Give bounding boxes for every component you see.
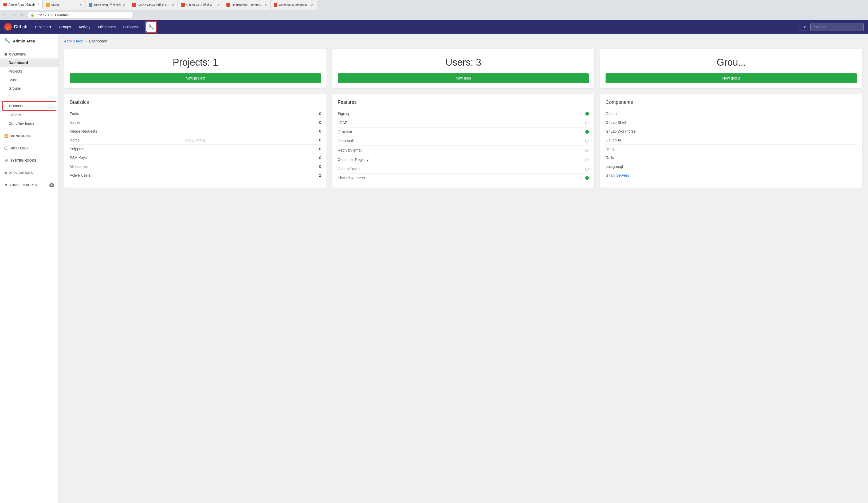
tab-ci[interactable]: Continuous Integratio... ✕: [270, 0, 317, 10]
feature-row-signup: Sign up: [338, 109, 589, 118]
reload-button[interactable]: ↻: [19, 11, 25, 19]
tab-gitlab-admin[interactable]: Admin Area · GitLab ✕: [0, 0, 43, 10]
stat-row-merge-requests: Merge Requests 0: [70, 127, 321, 136]
tab-close-cicd-quick[interactable]: ✕: [217, 3, 220, 7]
components-rows: GitLab GitLab Shell GitLab Workhorse Git…: [606, 109, 857, 180]
stat-label-issues: Issues: [70, 120, 80, 125]
components-card: Components GitLab GitLab Shell GitLab Wo…: [600, 94, 862, 188]
sidebar-item-dashboard[interactable]: Dashboard: [0, 59, 59, 67]
component-label-postgresql: postgresql: [606, 164, 623, 169]
new-project-button[interactable]: New project: [70, 73, 321, 83]
sidebar-section-overview: ⊞ Overview Dashboard Projects Users Grou…: [0, 48, 59, 130]
sidebar-section-applications-title[interactable]: ⊞ Applications: [0, 169, 59, 177]
sidebar-item-users[interactable]: Users: [0, 75, 59, 84]
tab-close-baidu[interactable]: ✕: [123, 3, 125, 7]
tab-vnbig[interactable]: VNBIG ✕: [43, 0, 85, 10]
messages-icon: 💬: [4, 147, 8, 150]
nav-link-projects[interactable]: Projects ▾: [32, 23, 54, 31]
stat-value-forks: 0: [319, 112, 321, 116]
new-group-button[interactable]: New group: [606, 73, 857, 83]
tab-close-vnbig[interactable]: ✕: [79, 3, 82, 7]
features-rows: Sign up LDAP ⏻ Gravatar OmniAuth ⏻: [338, 109, 589, 182]
forward-button[interactable]: →: [11, 11, 17, 18]
nav-link-activity[interactable]: Activity: [75, 23, 93, 31]
features-title: Features: [338, 99, 589, 105]
search-input[interactable]: [810, 23, 864, 31]
nav-link-milestones[interactable]: Milestones: [94, 23, 119, 31]
tab-close-runners[interactable]: ✕: [264, 3, 267, 7]
tab-runners[interactable]: Registering Runners |... ✕: [223, 0, 270, 10]
sidebar-section-abuse-title[interactable]: ⚑ Abuse Reports 0: [0, 181, 59, 189]
feature-row-gravatar: Gravatar: [338, 127, 589, 136]
gitlab-logo[interactable]: 🦊 GitLab: [4, 23, 28, 31]
sidebar-section-monitoring: 📶 Monitoring: [0, 130, 59, 142]
stat-card-users-number: Users: 3: [338, 57, 589, 68]
statistics-rows: Forks 0 Issues 0 Merge Requests 0 Notes …: [70, 109, 321, 180]
component-row-gitaly[interactable]: Gitaly Servers: [606, 171, 857, 180]
sidebar-item-runners[interactable]: Runners: [2, 101, 56, 111]
tab-favicon-vnbig: [46, 3, 50, 7]
feature-label-reply-email: Reply by email: [338, 148, 362, 153]
stat-value-snippets: 0: [319, 147, 321, 151]
tab-close-cicd-exec[interactable]: ✕: [172, 3, 174, 7]
tab-favicon-ci: [274, 3, 277, 7]
new-user-button[interactable]: New user: [338, 73, 589, 83]
stat-card-users: Users: 3 New user: [332, 49, 595, 88]
feature-status-omniauth: ⏻: [585, 138, 589, 143]
sidebar-section-monitoring-title[interactable]: 📶 Monitoring: [0, 132, 59, 140]
feature-status-container-registry: ⏻: [585, 157, 589, 162]
applications-icon: ⊞: [4, 171, 7, 175]
tab-title-baidu: gitlab ci/cd_百度搜索: [94, 3, 121, 7]
address-bar: ← → ↻ 🔒 172.17.100.11/admin: [0, 10, 868, 20]
feature-label-ldap: LDAP: [338, 120, 348, 125]
sidebar-item-projects[interactable]: Projects: [0, 67, 59, 75]
sidebar-section-hooks-title[interactable]: 🔗 System Hooks: [0, 157, 59, 165]
stat-label-forks: Forks: [70, 112, 79, 116]
sidebar-section-messages-title[interactable]: 💬 Messages: [0, 144, 59, 153]
main-content: Admin Area › Dashboard Projects: 1 New p…: [59, 34, 868, 503]
admin-wrench-icon: 🔧: [4, 38, 10, 44]
tab-close-ci[interactable]: ✕: [311, 3, 313, 7]
tab-baidu[interactable]: gitlab ci/cd_百度搜索 ✕: [85, 0, 129, 10]
feature-label-container-registry: Container Registry: [338, 157, 369, 162]
sidebar-section-abuse: ⚑ Abuse Reports 0: [0, 179, 59, 191]
url-bar[interactable]: 🔒 172.17.100.11/admin: [27, 12, 134, 18]
tab-title-gitlab: Admin Area · GitLab: [9, 3, 35, 6]
stat-row-active-users: Active Users 2: [70, 171, 321, 180]
sidebar-item-cohorts[interactable]: Cohorts: [0, 111, 59, 119]
nav-link-snippets[interactable]: Snippets: [120, 23, 141, 31]
tab-title-vnbig: VNBIG: [51, 3, 78, 7]
stat-value-ssh-keys: 0: [319, 156, 321, 160]
component-row-gitlab-shell: GitLab Shell: [606, 118, 857, 127]
breadcrumb-separator: ›: [85, 39, 87, 43]
admin-wrench-button[interactable]: 🔧: [146, 22, 156, 32]
sidebar-item-convdev[interactable]: ConvDev Index: [0, 119, 59, 128]
feature-status-pages: ⏻: [585, 167, 589, 171]
monitoring-icon: 📶: [4, 134, 8, 138]
sidebar-header: 🔧 Admin Area: [0, 34, 59, 48]
breadcrumb: Admin Area › Dashboard: [64, 39, 862, 43]
stat-card-projects: Projects: 1 New project: [64, 49, 327, 88]
tab-close-gitlab[interactable]: ✕: [37, 3, 39, 7]
tab-cicd-quick[interactable]: GitLab CI/CD快速入门 ✕: [178, 0, 223, 10]
stat-label-notes: Notes: [70, 138, 80, 142]
stat-label-active-users: Active Users: [70, 173, 91, 177]
component-link-gitaly[interactable]: Gitaly Servers: [606, 173, 629, 177]
feature-status-ldap: ⏻: [585, 120, 589, 125]
breadcrumb-parent[interactable]: Admin Area: [64, 39, 83, 43]
sidebar: 🔧 Admin Area ⊞ Overview Dashboard Projec…: [0, 34, 59, 503]
stat-row-issues: Issues 0: [70, 118, 321, 127]
nav-link-groups[interactable]: Groups: [55, 23, 74, 31]
tab-cicd-exec[interactable]: GitLab CI/CD 的执行过... ✕: [129, 0, 178, 10]
tab-favicon-runners: [226, 3, 230, 7]
new-item-button[interactable]: + ▾: [798, 24, 808, 30]
back-button[interactable]: ←: [2, 11, 9, 18]
component-row-gitlab-workhorse: GitLab Workhorse: [606, 127, 857, 136]
sidebar-section-hooks: 🔗 System Hooks: [0, 155, 59, 167]
stat-label-merge-requests: Merge Requests: [70, 129, 97, 134]
feature-row-ldap: LDAP ⏻: [338, 118, 589, 127]
sidebar-item-groups[interactable]: Groups: [0, 84, 59, 93]
feature-row-omniauth: OmniAuth ⏻: [338, 136, 589, 146]
gitlab-logo-icon: 🦊: [4, 23, 12, 31]
feature-row-pages: GitLab Pages ⏻: [338, 164, 589, 174]
